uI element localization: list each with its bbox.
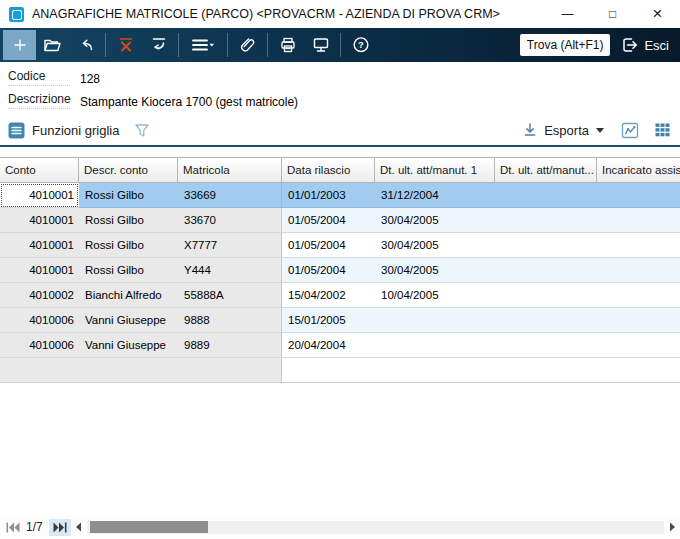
cell-dt-ult-1[interactable] [375,333,495,358]
cell-conto[interactable]: 4010001 [0,233,79,258]
grid-view-button[interactable] [655,123,670,138]
esporta-button[interactable]: Esporta [521,121,604,139]
cell-descr-conto[interactable]: Rossi Gilbo [79,258,178,283]
cell-dt-ult-2[interactable] [495,183,597,208]
table-row[interactable] [0,358,680,383]
cell-matricola[interactable]: 55888A [178,283,282,308]
attachment-button[interactable] [231,30,264,60]
maximize-button[interactable]: □ [590,0,635,28]
chart-view-button[interactable] [620,121,640,140]
horizontal-scrollbar[interactable] [87,521,664,534]
cell-data-rilascio[interactable]: 01/05/2004 [282,208,375,233]
cell-incaricato[interactable] [597,233,680,258]
header-conto[interactable]: Conto [0,158,79,182]
revert-button[interactable] [142,30,175,60]
cell-matricola[interactable]: X7777 [178,233,282,258]
cell-dt-ult-2[interactable] [495,283,597,308]
header-dt-ult-2[interactable]: Dt. ult. att/manut... [495,158,597,182]
first-page-button[interactable] [4,519,22,536]
delete-button[interactable] [109,30,142,60]
help-button[interactable]: ? [344,30,377,60]
cell-dt-ult-1[interactable] [375,358,495,383]
cell-descr-conto[interactable]: Rossi Gilbo [79,208,178,233]
cell-descr-conto[interactable]: Vanni Giuseppe [79,333,178,358]
screen-button[interactable] [304,30,337,60]
cell-data-rilascio[interactable] [282,358,375,383]
cell-conto[interactable]: 4010001 [0,258,79,283]
cell-matricola[interactable]: 9888 [178,308,282,333]
last-page-button[interactable] [49,519,71,536]
cell-conto[interactable]: 4010002 [0,283,79,308]
filter-funnel-icon [133,122,151,139]
cell-matricola[interactable]: 33669 [178,183,282,208]
cell-conto[interactable] [0,358,79,383]
cell-dt-ult-1[interactable]: 10/04/2005 [375,283,495,308]
cell-incaricato[interactable] [597,283,680,308]
cell-incaricato[interactable] [597,258,680,283]
cell-dt-ult-1[interactable]: 30/04/2005 [375,233,495,258]
table-row[interactable]: 4010001 Rossi Gilbo X7777 01/05/2004 30/… [0,233,680,258]
cell-dt-ult-2[interactable] [495,333,597,358]
cell-matricola[interactable]: Y444 [178,258,282,283]
header-data-rilascio[interactable]: Data rilascio [282,158,375,182]
cell-data-rilascio[interactable]: 01/05/2004 [282,258,375,283]
cell-dt-ult-2[interactable] [495,233,597,258]
open-button[interactable] [36,30,69,60]
exit-button[interactable]: Esci [619,35,669,55]
cell-dt-ult-2[interactable] [495,308,597,333]
scrollbar-thumb[interactable] [90,521,208,533]
cell-matricola[interactable]: 9889 [178,333,282,358]
cell-descr-conto[interactable]: Vanni Giuseppe [79,308,178,333]
cell-incaricato[interactable] [597,333,680,358]
cell-dt-ult-1[interactable]: 31/12/2004 [375,183,495,208]
minimize-button[interactable]: — [545,0,590,28]
header-dt-ult-1[interactable]: Dt. ult. att/manut. 1 [375,158,495,182]
cell-descr-conto[interactable]: Rossi Gilbo [79,183,178,208]
header-incaricato[interactable]: Incaricato assis [597,158,680,182]
header-descr-conto[interactable]: Descr. conto [79,158,178,182]
cell-incaricato[interactable] [597,208,680,233]
cell-matricola[interactable] [178,358,282,383]
cell-dt-ult-2[interactable] [495,258,597,283]
table-row[interactable]: 4010001 Rossi Gilbo Y444 01/05/2004 30/0… [0,258,680,283]
cell-dt-ult-2[interactable] [495,358,597,383]
new-button[interactable] [3,30,36,60]
scroll-left-button[interactable] [71,522,86,532]
cell-data-rilascio[interactable]: 01/01/2003 [282,183,375,208]
table-row[interactable]: 4010006 Vanni Giuseppe 9889 20/04/2004 [0,333,680,358]
cell-data-rilascio[interactable]: 01/05/2004 [282,233,375,258]
find-button[interactable]: Trova (Alt+F1) [520,34,611,56]
cell-matricola[interactable]: 33670 [178,208,282,233]
cell-dt-ult-1[interactable] [375,308,495,333]
cell-descr-conto[interactable]: Rossi Gilbo [79,233,178,258]
cell-descr-conto[interactable]: Bianchi Alfredo [79,283,178,308]
scroll-right-button[interactable] [665,522,680,532]
header-matricola[interactable]: Matricola [178,158,282,182]
cell-dt-ult-1[interactable]: 30/04/2005 [375,258,495,283]
print-button[interactable] [271,30,304,60]
table-row[interactable]: 4010002 Bianchi Alfredo 55888A 15/04/200… [0,283,680,308]
cell-conto[interactable]: 4010006 [0,308,79,333]
cell-descr-conto[interactable] [79,358,178,383]
cell-dt-ult-2[interactable] [495,208,597,233]
cell-incaricato[interactable] [597,358,680,383]
cell-incaricato[interactable] [597,308,680,333]
cell-conto[interactable]: 4010001 [0,183,79,208]
cell-data-rilascio[interactable]: 15/04/2002 [282,283,375,308]
cell-data-rilascio[interactable]: 20/04/2004 [282,333,375,358]
cell-conto[interactable]: 4010006 [0,333,79,358]
descrizione-value[interactable]: Stampante Kiocera 1700 (gest matricole) [80,95,298,109]
codice-value[interactable]: 128 [80,72,100,86]
undo-button[interactable] [69,30,102,60]
table-row[interactable]: 4010001 Rossi Gilbo 33669 01/01/2003 31/… [0,183,680,208]
cell-dt-ult-1[interactable]: 30/04/2005 [375,208,495,233]
table-row[interactable]: 4010001 Rossi Gilbo 33670 01/05/2004 30/… [0,208,680,233]
cell-incaricato[interactable] [597,183,680,208]
table-row[interactable]: 4010006 Vanni Giuseppe 9888 15/01/2005 [0,308,680,333]
filter-button[interactable] [133,122,151,139]
funzioni-griglia-button[interactable]: Funzioni griglia [8,122,119,139]
cell-data-rilascio[interactable]: 15/01/2005 [282,308,375,333]
cell-conto[interactable]: 4010001 [0,208,79,233]
menu-button[interactable] [182,30,224,60]
close-button[interactable]: × [635,0,680,28]
